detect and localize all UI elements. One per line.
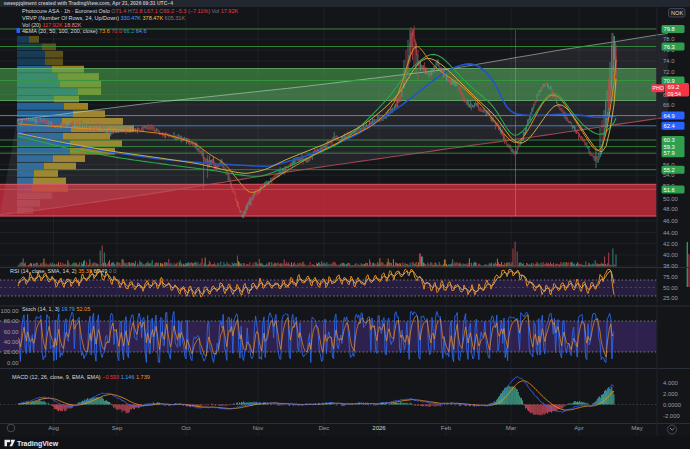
svg-text:VRVP (Number Of Rows, 24, Up/D: VRVP (Number Of Rows, 24, Up/Down) 330.4… [22,15,185,21]
svg-text:sweepjqlment created with Trad: sweepjqlment created with TradingView.co… [4,0,174,6]
svg-text:57.9: 57.9 [664,150,675,156]
svg-text:-2.000: -2.000 [663,413,680,419]
svg-text:51.6: 51.6 [664,187,675,193]
svg-text:Sep: Sep [112,425,123,431]
svg-text:Aug: Aug [48,425,59,431]
svg-text:09:54: 09:54 [668,91,682,97]
svg-text:64.9: 64.9 [664,113,675,119]
svg-text:Stoch (14, 1, 3) 19.79 52.05: Stoch (14, 1, 3) 19.79 52.05 [22,306,90,312]
svg-text:55.2: 55.2 [664,167,675,173]
svg-text:42.00: 42.00 [663,241,678,247]
svg-text:50.00: 50.00 [663,285,678,291]
svg-text:2026: 2026 [372,425,386,431]
svg-text:MACD (12, 26, close, 9, EMA, E: MACD (12, 26, close, 9, EMA, EMA) −0.593… [12,374,150,380]
svg-text:59.3: 59.3 [664,144,675,150]
svg-text:4.000: 4.000 [663,380,678,386]
svg-text:74.0: 74.0 [663,58,675,64]
svg-text:60.00: 60.00 [4,329,19,335]
svg-text:Mar: Mar [506,425,516,431]
svg-text:50.00: 50.00 [663,196,678,202]
svg-text:RSI (14, close, SMA, 14, 2) 35: RSI (14, close, SMA, 14, 2) 35.39 69.49 … [10,268,116,274]
svg-text:PHO: PHO [653,85,664,91]
svg-text:48.00: 48.00 [663,206,678,212]
svg-text:100.00: 100.00 [0,308,19,314]
svg-text:Apr: Apr [574,425,583,431]
svg-text:62.4: 62.4 [664,123,676,129]
svg-text:40.00: 40.00 [4,339,19,345]
svg-text:NOK: NOK [671,10,683,16]
svg-text:4EMA (20, 50, 100, 200, close): 4EMA (20, 50, 100, 200, close) 73.6 70.0… [22,28,146,34]
svg-text:0.00: 0.00 [7,360,19,366]
svg-text:Nov: Nov [253,425,264,431]
svg-text:20.00: 20.00 [4,349,19,355]
svg-text:38.00: 38.00 [663,263,678,269]
svg-text:2.000: 2.000 [663,391,678,397]
svg-text:Dec: Dec [319,425,330,431]
svg-text:Vol (20) 117.92K 18.82K: Vol (20) 117.92K 18.82K [22,22,82,28]
svg-text:76.3: 76.3 [664,44,675,50]
svg-text:Oct: Oct [181,425,191,431]
svg-text:TradingView: TradingView [17,440,59,448]
svg-text:79.8: 79.8 [664,26,675,32]
svg-text:Feb: Feb [441,425,452,431]
svg-text:May: May [631,425,642,431]
svg-text:66.0: 66.0 [663,102,675,108]
svg-text:69.2: 69.2 [668,83,681,90]
svg-text:75.00: 75.00 [663,274,678,280]
svg-text:Photocure ASA · 1h · Euronext: Photocure ASA · 1h · Euronext Oslo O71.4… [22,8,238,14]
svg-text:25.00: 25.00 [663,295,678,301]
svg-text:72.0: 72.0 [663,69,675,75]
svg-text:80.00: 80.00 [4,318,19,324]
svg-text:44.00: 44.00 [663,230,678,236]
svg-text:46.00: 46.00 [663,218,678,224]
svg-text:78.0: 78.0 [663,36,675,42]
svg-text:0.0000: 0.0000 [663,402,682,408]
svg-text:60.3: 60.3 [664,137,675,143]
svg-text:40.00: 40.00 [663,252,678,258]
